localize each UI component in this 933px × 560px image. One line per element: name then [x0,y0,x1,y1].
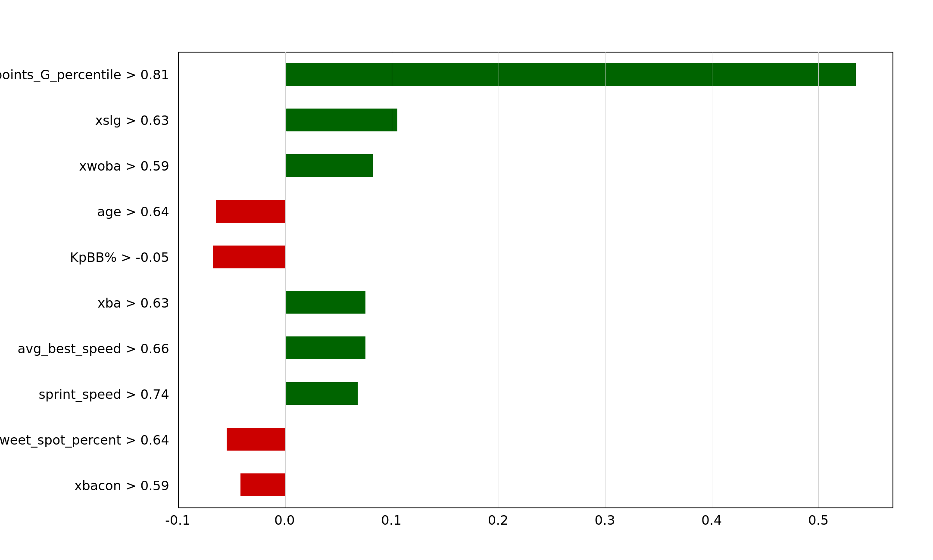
y-label-3: age > 0.64 [97,204,169,219]
bar-7 [285,382,358,405]
x-tick-label-2: 0.1 [381,513,402,528]
gridline-5 [712,52,712,507]
bar-6 [285,336,365,359]
y-label-8: sweet_spot_percent > 0.64 [0,432,169,448]
x-tick-label-4: 0.3 [595,513,615,528]
y-label-7: sprint_speed > 0.74 [39,387,169,402]
x-tick-label-3: 0.2 [488,513,509,528]
gridline-1 [285,52,286,507]
y-label-5: xba > 0.63 [97,296,169,311]
gridline-6 [818,52,819,507]
gridline-3 [499,52,499,507]
y-label-0: Fpoints_G_percentile > 0.81 [0,67,169,82]
y-label-9: xbacon > 0.59 [74,478,169,493]
chart-container: Fpoints_G_percentile > 0.81xslg > 0.63xw… [14,9,919,551]
gridline-4 [605,52,605,507]
bar-8 [227,428,285,451]
y-axis-labels: Fpoints_G_percentile > 0.81xslg > 0.63xw… [14,52,176,508]
bar-2 [285,154,373,177]
bar-4 [213,246,285,268]
chart-area [178,52,893,508]
x-tick-label-5: 0.4 [701,513,722,528]
bar-0 [285,63,856,86]
x-tick-label-0: -0.1 [165,513,190,528]
y-label-2: xwoba > 0.59 [79,159,169,174]
bar-9 [240,473,285,496]
gridline-2 [392,52,392,507]
x-tick-label-6: 0.5 [808,513,829,528]
y-label-1: xslg > 0.63 [95,113,169,128]
x-tick-label-1: 0.0 [274,513,295,528]
x-axis: -0.10.00.10.20.30.40.5 [178,506,893,528]
gridline-0 [179,52,179,507]
bar-1 [285,109,397,131]
y-label-6: avg_best_speed > 0.66 [18,341,169,356]
y-label-4: KpBB% > -0.05 [70,250,169,265]
bar-5 [285,291,365,314]
bar-3 [216,200,285,223]
